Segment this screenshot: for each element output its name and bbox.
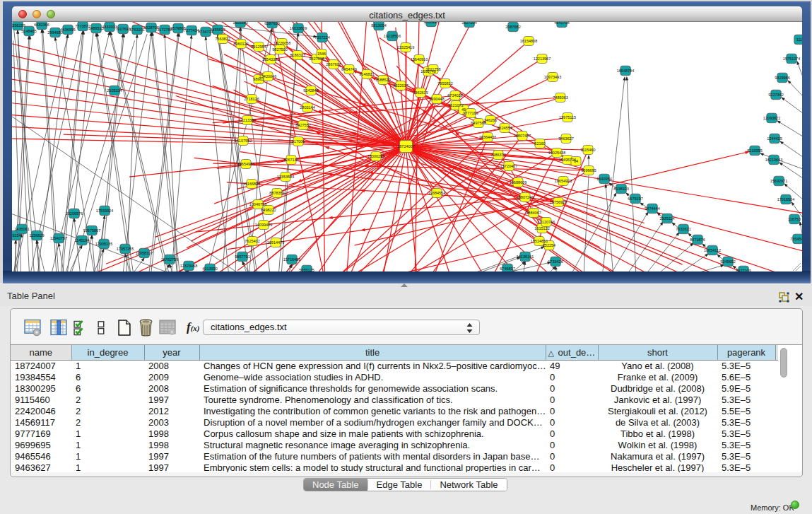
svg-text:8471876: 8471876 [690,238,705,242]
svg-text:16210643: 16210643 [765,158,782,162]
svg-text:1435061: 1435061 [14,227,29,231]
svg-text:9242848: 9242848 [303,88,318,93]
svg-text:8427109: 8427109 [736,269,751,272]
svg-text:16107552: 16107552 [235,139,252,143]
svg-text:16543382: 16543382 [262,57,279,62]
svg-text:19218506: 19218506 [384,34,401,38]
svg-text:15720407: 15720407 [500,164,517,168]
svg-text:1640954: 1640954 [596,177,611,181]
svg-text:18300295: 18300295 [367,154,384,158]
svg-text:10654112: 10654112 [704,248,721,252]
svg-text:7277434: 7277434 [184,28,199,33]
svg-text:39154: 39154 [12,233,21,238]
svg-text:17559924: 17559924 [96,209,113,213]
svg-text:14136141: 14136141 [517,255,534,259]
svg-text:9699695: 9699695 [581,168,596,173]
svg-text:8322037: 8322037 [393,83,408,88]
svg-text:111: 111 [796,37,802,42]
svg-text:9146821: 9146821 [359,72,374,76]
svg-text:1156829: 1156829 [29,233,44,238]
svg-text:5655125: 5655125 [299,268,314,272]
svg-text:15716485: 15716485 [283,257,300,262]
svg-text:8960124: 8960124 [233,42,248,46]
svg-text:7917693: 7917693 [115,27,130,31]
svg-text:10120746: 10120746 [538,220,555,224]
svg-text:9474444: 9474444 [645,206,659,211]
svg-text:9884067: 9884067 [526,211,541,215]
svg-text:19384554: 19384554 [428,191,445,195]
svg-text:7357224: 7357224 [314,35,329,40]
svg-text:8938923: 8938923 [613,187,628,191]
svg-text:16914479: 16914479 [267,240,284,245]
svg-text:1627204: 1627204 [461,22,476,25]
svg-text:2935114: 2935114 [659,216,674,221]
svg-text:16648784: 16648784 [617,69,634,73]
svg-text:13325419: 13325419 [397,45,414,49]
svg-text:6482366: 6482366 [34,23,49,27]
svg-text:9463627: 9463627 [558,136,573,141]
svg-text:8878354: 8878354 [269,191,284,195]
svg-text:10025438: 10025438 [548,151,565,155]
svg-text:4641708: 4641708 [554,22,569,25]
svg-text:6763201: 6763201 [129,28,144,32]
svg-text:7354549: 7354549 [790,237,802,241]
svg-text:7986372: 7986372 [490,153,505,157]
svg-text:1546: 1546 [317,52,326,56]
svg-text:116753: 116753 [788,217,801,221]
svg-text:15640910: 15640910 [411,57,428,62]
svg-text:9327508: 9327508 [309,57,324,61]
svg-text:20206576: 20206576 [66,211,83,216]
svg-text:8186323: 8186323 [290,53,305,57]
svg-text:1145194: 1145194 [74,238,89,243]
svg-text:746266: 746266 [484,118,497,122]
svg-text:19654923: 19654923 [555,179,572,183]
svg-text:12213389: 12213389 [239,118,256,122]
svg-text:6679197: 6679197 [628,197,642,201]
svg-text:19756928: 19756928 [550,200,567,204]
svg-text:17957255: 17957255 [117,247,134,251]
svg-text:8813054: 8813054 [371,23,386,28]
svg-text:19166827: 19166827 [243,182,260,186]
svg-text:6734028: 6734028 [447,93,462,98]
svg-text:7663822: 7663822 [215,37,230,41]
svg-text:252254: 252254 [543,243,555,247]
svg-text:7625402: 7625402 [245,239,259,243]
svg-text:20364436: 20364436 [479,135,496,139]
svg-text:2867608: 2867608 [326,62,341,66]
svg-text:6587603: 6587603 [264,22,279,25]
svg-text:98961: 98961 [253,77,264,81]
svg-text:2505334: 2505334 [107,88,122,93]
svg-text:9115460: 9115460 [580,148,595,152]
svg-text:2087682: 2087682 [505,25,520,29]
svg-text:64: 64 [574,159,578,163]
svg-text:1603380: 1603380 [233,22,247,25]
svg-text:3455812: 3455812 [210,28,225,32]
svg-text:12942757: 12942757 [50,236,67,240]
svg-text:1011758: 1011758 [425,67,440,71]
svg-text:16033809: 16033809 [290,26,307,30]
svg-text:10688609: 10688609 [510,180,526,185]
svg-text:12975115: 12975115 [559,115,576,119]
svg-text:1615132: 1615132 [534,226,549,230]
svg-text:9827500: 9827500 [272,47,287,52]
svg-text:1588520: 1588520 [375,78,390,82]
svg-text:6746807: 6746807 [500,267,514,271]
svg-text:17016504: 17016504 [777,197,794,201]
svg-text:917006: 917006 [292,139,305,144]
svg-text:12905135: 12905135 [95,242,112,246]
svg-text:8356159: 8356159 [12,23,25,28]
svg-text:4436995: 4436995 [60,28,75,32]
svg-text:8267130: 8267130 [283,158,298,162]
svg-text:5148465: 5148465 [21,29,36,33]
svg-text:9227342: 9227342 [768,93,783,97]
svg-text:8454749: 8454749 [341,67,356,71]
svg-text:14099489: 14099489 [255,223,272,227]
svg-text:18724007: 18724007 [397,144,414,148]
svg-text:2803144: 2803144 [300,105,314,110]
svg-text:15751074: 15751074 [783,57,800,61]
svg-text:18807249: 18807249 [517,195,534,199]
svg-text:10046758: 10046758 [249,202,266,206]
svg-text:12323468: 12323468 [180,264,197,268]
svg-text:2718126: 2718126 [244,97,259,101]
svg-text:6990448: 6990448 [429,97,444,101]
